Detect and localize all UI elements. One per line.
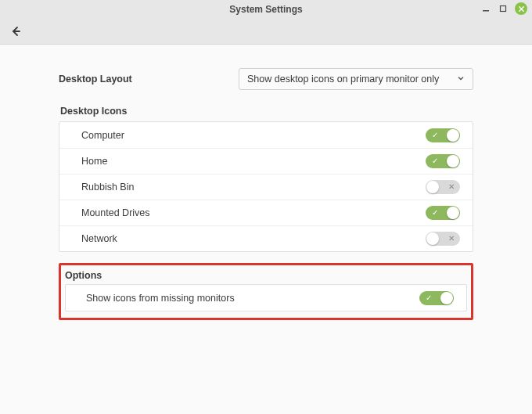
svg-rect-1 bbox=[501, 6, 506, 12]
maximize-icon[interactable] bbox=[498, 3, 509, 14]
window-title: System Settings bbox=[0, 4, 532, 15]
toggle-switch[interactable]: ✕ bbox=[426, 180, 460, 194]
row-label: Show icons from missing monitors bbox=[86, 293, 235, 304]
row-label: Home bbox=[81, 156, 107, 167]
desktop-layout-row: Desktop Layout Show desktop icons on pri… bbox=[59, 68, 473, 90]
toggle-switch[interactable]: ✕ bbox=[426, 232, 460, 246]
svg-rect-0 bbox=[483, 10, 489, 12]
options-title: Options bbox=[65, 270, 467, 281]
toggle-switch[interactable]: ✓ bbox=[426, 154, 460, 168]
back-button[interactable] bbox=[5, 21, 27, 41]
window-controls bbox=[480, 2, 527, 15]
minimize-icon[interactable] bbox=[480, 3, 491, 14]
titlebar: System Settings bbox=[0, 0, 532, 18]
list-item: Rubbish Bin✕ bbox=[59, 174, 473, 200]
desktop-layout-label: Desktop Layout bbox=[59, 74, 223, 85]
dropdown-value: Show desktop icons on primary monitor on… bbox=[247, 74, 439, 85]
options-panel: Show icons from missing monitors✓ bbox=[65, 284, 467, 311]
content: Desktop Layout Show desktop icons on pri… bbox=[0, 45, 532, 320]
list-item: Home✓ bbox=[59, 148, 473, 174]
toggle-switch[interactable]: ✓ bbox=[426, 128, 460, 142]
list-item: Mounted Drives✓ bbox=[59, 200, 473, 225]
desktop-layout-dropdown[interactable]: Show desktop icons on primary monitor on… bbox=[239, 68, 473, 90]
toolbar bbox=[0, 18, 532, 45]
desktop-icons-title: Desktop Icons bbox=[60, 106, 473, 117]
desktop-icons-panel: Computer✓Home✓Rubbish Bin✕Mounted Drives… bbox=[59, 121, 473, 252]
toggle-switch[interactable]: ✓ bbox=[426, 206, 460, 220]
close-icon[interactable] bbox=[515, 2, 527, 15]
row-label: Computer bbox=[81, 130, 124, 141]
row-label: Mounted Drives bbox=[81, 207, 150, 218]
list-item: Network✕ bbox=[59, 225, 473, 251]
list-item: Computer✓ bbox=[59, 122, 473, 148]
toggle-switch[interactable]: ✓ bbox=[419, 291, 454, 305]
options-highlight: Options Show icons from missing monitors… bbox=[59, 263, 473, 320]
row-label: Rubbish Bin bbox=[81, 182, 134, 193]
chevron-down-icon bbox=[457, 74, 465, 85]
list-item: Show icons from missing monitors✓ bbox=[66, 285, 466, 311]
row-label: Network bbox=[81, 233, 117, 244]
